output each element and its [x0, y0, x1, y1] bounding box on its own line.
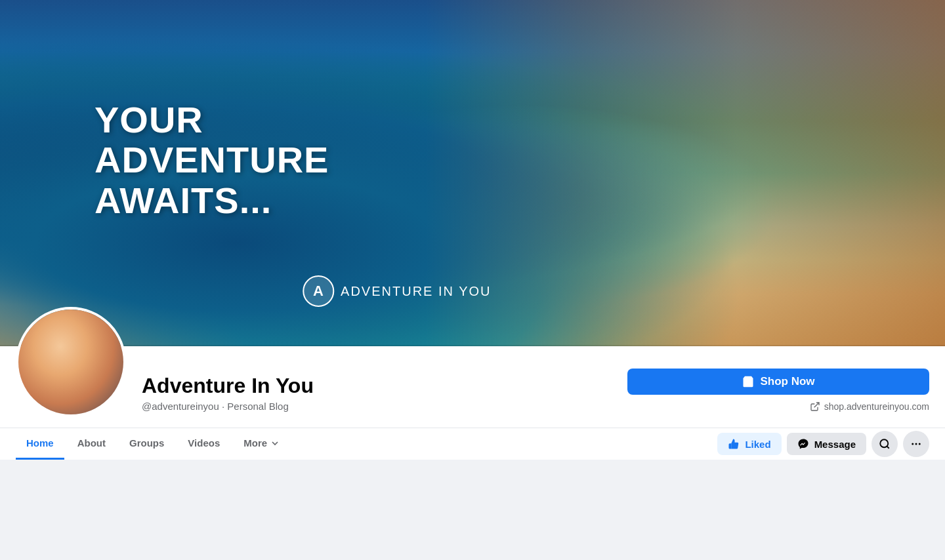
- profile-actions: Shop Now shop.adventureinyou.com: [627, 369, 929, 417]
- profile-info: Adventure In You @adventureinyou · Perso…: [136, 374, 617, 417]
- shopping-bag-icon: [742, 375, 755, 388]
- external-link-icon: [810, 401, 820, 412]
- cover-headline: YOUR ADVENTURE AWAITS...: [94, 100, 329, 221]
- ellipsis-icon: [910, 438, 922, 450]
- messenger-icon: [797, 438, 809, 450]
- page-handle: @adventureinyou: [142, 401, 219, 412]
- thumbs-up-icon: [728, 438, 740, 450]
- chevron-down-icon: [270, 438, 280, 449]
- brand-name-text: ADVENTURE IN YOU: [341, 284, 491, 299]
- brand-logo-icon: A: [303, 275, 334, 307]
- liked-label: Liked: [745, 439, 770, 450]
- svg-line-1: [814, 403, 818, 407]
- tab-about[interactable]: About: [67, 428, 116, 460]
- message-label: Message: [814, 439, 856, 450]
- svg-point-2: [880, 439, 888, 447]
- shop-now-label: Shop Now: [760, 375, 814, 388]
- cover-brand: A ADVENTURE IN YOU: [303, 275, 491, 307]
- svg-point-4: [912, 443, 914, 445]
- cover-photo: YOUR ADVENTURE AWAITS... A ADVENTURE IN …: [0, 0, 945, 346]
- profile-section: Adventure In You @adventureinyou · Perso…: [0, 346, 945, 428]
- page-category: Personal Blog: [227, 401, 288, 412]
- svg-line-3: [887, 446, 889, 448]
- liked-button[interactable]: Liked: [717, 433, 781, 455]
- tab-home[interactable]: Home: [16, 428, 64, 460]
- shop-url: shop.adventureinyou.com: [824, 401, 929, 412]
- nav-section: Home About Groups Videos More: [0, 428, 945, 460]
- message-button[interactable]: Message: [787, 433, 866, 455]
- page-content: Adventure In You @adventureinyou · Perso…: [0, 346, 945, 460]
- profile-avatar-wrapper: [16, 307, 126, 417]
- svg-point-6: [919, 443, 921, 445]
- search-icon: [879, 438, 891, 450]
- nav-actions: Liked Message: [717, 431, 929, 457]
- tab-more[interactable]: More: [233, 428, 291, 460]
- page-meta: @adventureinyou · Personal Blog: [142, 401, 617, 412]
- tab-groups[interactable]: Groups: [119, 428, 175, 460]
- tab-videos[interactable]: Videos: [177, 428, 230, 460]
- nav-tabs: Home About Groups Videos More: [16, 428, 291, 460]
- more-options-button[interactable]: [903, 431, 929, 457]
- search-button[interactable]: [872, 431, 898, 457]
- svg-point-5: [915, 443, 917, 445]
- shop-now-button[interactable]: Shop Now: [627, 369, 929, 395]
- shop-link[interactable]: shop.adventureinyou.com: [810, 401, 929, 412]
- avatar: [16, 307, 126, 417]
- page-name: Adventure In You: [142, 374, 617, 398]
